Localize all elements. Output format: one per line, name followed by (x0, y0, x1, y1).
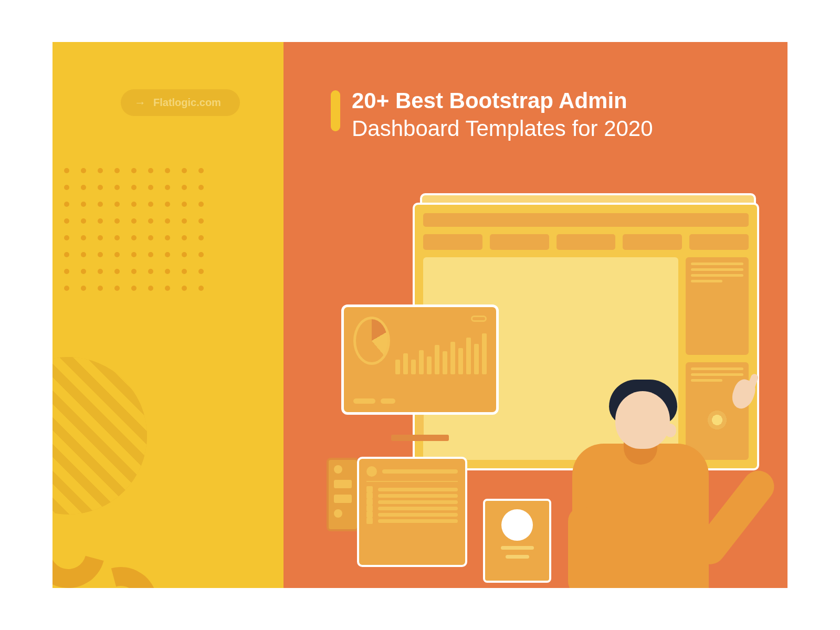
avatar-icon (366, 466, 377, 477)
list-item (366, 492, 458, 499)
list-item (366, 505, 458, 511)
striped-circle-decor (52, 357, 147, 514)
cta-button[interactable]: → Flatlogic.com (121, 89, 240, 116)
cta-label: Flatlogic.com (153, 97, 221, 109)
headline: 20+ Best Bootstrap Admin Dashboard Templ… (331, 87, 653, 142)
pie-chart-icon (353, 317, 390, 365)
monitor-neck (416, 415, 424, 435)
profile-card (483, 499, 551, 583)
person-illustration (556, 375, 746, 588)
dashboard-titlebar (423, 213, 749, 227)
controller-card (327, 458, 359, 531)
list-item (366, 499, 458, 505)
headline-text: 20+ Best Bootstrap Admin Dashboard Templ… (352, 87, 653, 142)
headline-line1: 20+ Best Bootstrap Admin (352, 88, 627, 113)
pill-placeholder (471, 316, 487, 322)
list-item (366, 518, 458, 524)
arrow-right-icon: → (134, 97, 146, 109)
person-head (615, 391, 670, 449)
monitor-screen (341, 304, 499, 415)
monitor-illustration (341, 304, 499, 441)
list-card-title-placeholder (382, 469, 458, 474)
dot-grid-decor (52, 168, 204, 291)
list-item (366, 486, 458, 492)
headline-accent-bar (331, 90, 340, 131)
list-card-header (366, 466, 458, 482)
monitor-legend (353, 398, 395, 404)
headline-line2: Dashboard Templates for 2020 (352, 116, 653, 141)
list-item (366, 511, 458, 518)
hero-banner: → Flatlogic.com 20+ Best Bootstrap Admin… (52, 42, 788, 588)
side-card-text (686, 257, 749, 355)
person-ear (665, 424, 676, 437)
monitor-base (391, 435, 449, 441)
list-card (357, 457, 467, 567)
profile-line (506, 555, 529, 559)
person-arm-left (568, 507, 597, 588)
avatar-icon (501, 509, 533, 541)
dashboard-tabs (423, 234, 749, 250)
left-panel: → Flatlogic.com (52, 42, 284, 588)
right-panel: 20+ Best Bootstrap Admin Dashboard Templ… (284, 42, 788, 588)
bar-chart-icon (395, 317, 487, 374)
profile-line (501, 546, 534, 550)
